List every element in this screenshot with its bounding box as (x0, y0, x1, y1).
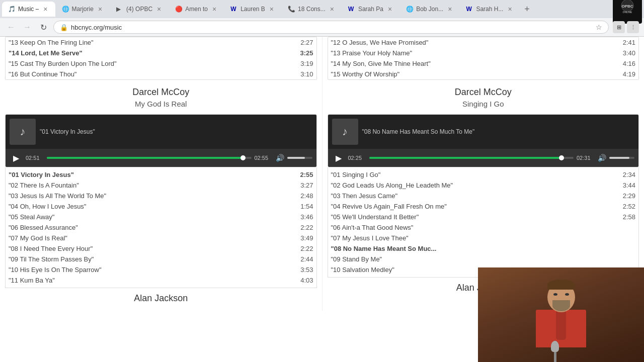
right-current-time: 02:25 (348, 155, 366, 161)
track-title: "09 Til The Storm Passes By" (9, 255, 94, 263)
right-volume-bar[interactable] (609, 157, 634, 159)
table-row[interactable]: "14 Lord, Let Me Serve" 3:25 (6, 48, 316, 58)
table-row[interactable]: "13 Praise Your Holy Name" 3:40 (328, 48, 639, 58)
table-row[interactable]: "12 O Jesus, We Have Promised" 2:41 (328, 37, 639, 48)
tab-music[interactable]: 🎵 Music – × (2, 2, 55, 17)
tab-close-bob[interactable]: × (446, 5, 453, 14)
tab-opbc[interactable]: ▶ (4) OPBC × (110, 2, 169, 17)
shirt-center (556, 310, 566, 340)
track-title: "07 My Jesus I Love Thee" (331, 234, 409, 242)
person-eye-left (553, 293, 557, 296)
track-title: "16 But Continue Thou" (9, 70, 76, 78)
left-progress-bar[interactable] (47, 157, 252, 159)
url-text: hbcnyc.org/music (71, 24, 593, 31)
left-volume-bar[interactable] (287, 157, 312, 159)
tab-sarahh[interactable]: W Sarah H... × (460, 2, 519, 17)
track-title: "02 There Is A Fountain" (9, 182, 79, 189)
left-volume-icon[interactable]: 🔊 (276, 154, 284, 162)
table-row[interactable]: "14 My Son, Give Me Thine Heart" 4:16 (328, 58, 639, 69)
tab-close-marjorie[interactable]: × (97, 5, 104, 14)
url-bar[interactable]: 🔒 hbcnyc.org/music ☆ (53, 21, 609, 34)
svg-text:ONLINE: ONLINE (623, 11, 633, 14)
table-row[interactable]: "13 Keep On The Firing Line" 2:27 (6, 37, 316, 48)
mic-head (551, 341, 559, 352)
table-row[interactable]: "04 Revive Us Again_Fall Fresh On me" 2:… (328, 201, 639, 212)
table-row[interactable]: "01 Victory In Jesus" 2:55 (6, 169, 316, 180)
tab-18cons[interactable]: 📞 18 Cons... × (282, 2, 342, 17)
table-row[interactable]: "15 Worthy Of Worship" 4:19 (328, 69, 639, 79)
tab-title-music: Music – (18, 6, 39, 13)
table-row[interactable]: "09 Til The Storm Passes By" 2:44 (6, 254, 316, 264)
table-row[interactable]: "05 Steal Away" 3:46 (6, 212, 316, 222)
ext-icon-menu[interactable]: ⋮ (627, 21, 639, 33)
forward-button[interactable]: → (21, 21, 33, 33)
track-duration: 3:19 (296, 60, 313, 67)
track-duration (618, 245, 635, 252)
track-title: "09 Stand By Me" (331, 255, 382, 263)
back-button[interactable]: ← (5, 21, 17, 33)
tab-close-18cons[interactable]: × (329, 5, 336, 14)
tab-sarahp[interactable]: W Sarah Pa × (342, 2, 399, 17)
new-tab-button[interactable]: + (520, 2, 534, 16)
table-row[interactable]: "05 We'll Understand It Better" 2:58 (328, 212, 639, 222)
tab-close-amen[interactable]: × (211, 5, 218, 14)
tab-close-opbc[interactable]: × (155, 5, 163, 14)
table-row[interactable]: "16 But Continue Thou" 3:10 (6, 69, 316, 79)
track-title: "10 His Eye Is On The Sparrow" (9, 266, 102, 274)
tab-close-lauren[interactable]: × (268, 5, 275, 14)
table-row[interactable]: "01 Singing I Go" 2:34 (328, 169, 639, 180)
table-row[interactable]: "06 Ain't-a That Good News" (328, 222, 639, 233)
table-row[interactable]: "06 Blessed Assurance" 2:22 (6, 222, 316, 233)
track-title: "03 Jesus Is All The World To Me" (9, 192, 106, 200)
tab-close-sarahh[interactable]: × (506, 5, 513, 14)
table-row[interactable]: "03 Then Jesus Came" 2:29 (328, 191, 639, 201)
lock-icon: 🔒 (60, 24, 68, 31)
tab-lauren[interactable]: W Lauren B × (224, 2, 281, 17)
tab-amen[interactable]: 🔴 Amen to × (169, 2, 224, 17)
left-audio-player: ♪ "01 Victory In Jesus" ▶ 02:51 02:55 🔊 (5, 114, 317, 167)
table-row[interactable]: "08 No Name Has Meant So Muc... (328, 243, 639, 254)
track-title: "08 I Need Thee Every Hour" (9, 245, 93, 252)
table-row[interactable]: "11 Kum Ba Ya" 4:03 (6, 275, 316, 286)
track-duration: 2:29 (618, 192, 635, 200)
microphone (551, 341, 559, 352)
right-volume-icon[interactable]: 🔊 (598, 154, 606, 162)
table-row[interactable]: "15 Cast Thy Burden Upon The Lord" 3:19 (6, 58, 316, 69)
track-duration: 3:25 (296, 49, 313, 57)
track-duration: 2:48 (296, 192, 313, 200)
bookmark-icon[interactable]: ☆ (596, 23, 602, 31)
tab-favicon-amen: 🔴 (175, 6, 182, 13)
track-duration: 2:41 (618, 39, 635, 46)
table-row[interactable]: "02 God Leads Us Along_He Leadeth Me" 3:… (328, 180, 639, 191)
track-duration: 3:46 (296, 213, 313, 221)
table-row[interactable]: "04 Oh, How I Love Jesus" 1:54 (6, 201, 316, 212)
tab-title-sarahh: Sarah H... (476, 6, 503, 13)
right-total-time: 02:31 (577, 155, 595, 161)
table-row[interactable]: "09 Stand By Me" (328, 254, 639, 264)
table-row[interactable]: "10 His Eye Is On The Sparrow" 3:53 (6, 264, 316, 275)
left-play-button[interactable]: ▶ (10, 151, 23, 164)
table-row[interactable]: "07 My God Is Real" 3:49 (6, 233, 316, 243)
right-progress-bar[interactable] (369, 157, 574, 159)
table-row[interactable]: "03 Jesus Is All The World To Me" 2:48 (6, 191, 316, 201)
ext-icon-1[interactable]: ⊞ (613, 21, 625, 33)
reload-button[interactable]: ↻ (37, 21, 49, 33)
right-progress-handle[interactable] (559, 155, 564, 160)
track-duration: 2:55 (296, 171, 313, 178)
person-body (536, 310, 586, 347)
tab-title-bob: Bob Jon... (416, 6, 443, 13)
track-duration: 3:27 (296, 182, 313, 189)
tab-close-music[interactable]: × (42, 5, 49, 14)
table-row[interactable]: "08 I Need Thee Every Hour" 2:22 (6, 243, 316, 254)
tab-bob[interactable]: 🌐 Bob Jon... × (400, 2, 459, 17)
tab-favicon-marjorie: 🌐 (62, 6, 69, 13)
table-row[interactable]: "07 My Jesus I Love Thee" (328, 233, 639, 243)
tab-close-sarahp[interactable]: × (386, 5, 393, 14)
tab-title-opbc: (4) OPBC (126, 6, 152, 13)
right-play-button[interactable]: ▶ (332, 151, 345, 164)
tab-favicon-bob: 🌐 (406, 6, 413, 13)
left-progress-handle[interactable] (240, 155, 246, 160)
tab-marjorie[interactable]: 🌐 Marjorie × (56, 2, 110, 17)
left-column: "13 Keep On The Firing Line" 2:27 "14 Lo… (0, 37, 323, 311)
table-row[interactable]: "02 There Is A Fountain" 3:27 (6, 180, 316, 191)
